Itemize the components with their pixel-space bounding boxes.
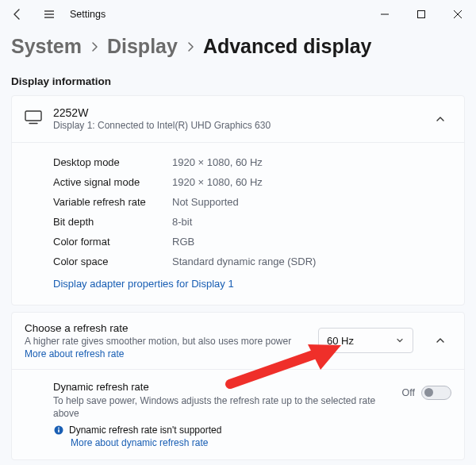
prop-row-variable-refresh: Variable refresh rate Not Supported (53, 192, 451, 212)
display-information-card: 2252W Display 1: Connected to Intel(R) U… (11, 95, 465, 306)
display-name: 2252W (53, 106, 418, 120)
breadcrumb-system[interactable]: System (11, 35, 82, 58)
dynamic-refresh-rate-row: Dynamic refresh rate To help save power,… (12, 369, 464, 459)
prop-label: Active signal mode (53, 176, 172, 188)
dynamic-refresh-subtitle: To help save power, Windows adjusts the … (53, 394, 393, 420)
prop-row-color-space: Color space Standard dynamic range (SDR) (53, 252, 451, 271)
prop-value: RGB (172, 236, 194, 248)
refresh-rate-selected-value: 60 Hz (327, 335, 354, 347)
collapse-display-info-button[interactable] (429, 108, 451, 130)
section-title-display-information: Display information (11, 67, 465, 95)
dynamic-refresh-toggle-label: Off (402, 387, 415, 398)
prop-value: 8-bit (172, 216, 192, 228)
window-title: Settings (70, 9, 106, 20)
svg-point-10 (58, 428, 60, 429)
refresh-rate-select[interactable]: 60 Hz (318, 328, 413, 353)
svg-rect-7 (25, 111, 41, 121)
refresh-rate-title: Choose a refresh rate (25, 322, 309, 334)
monitor-icon (25, 110, 42, 125)
dynamic-refresh-more-link[interactable]: More about dynamic refresh rate (71, 437, 393, 448)
collapse-refresh-rate-button[interactable] (429, 329, 451, 352)
chevron-down-icon (395, 336, 405, 345)
display-subtitle: Display 1: Connected to Intel(R) UHD Gra… (53, 120, 418, 133)
dynamic-refresh-note: Dynamic refresh rate isn't supported (69, 425, 221, 436)
window-close-button[interactable] (440, 0, 476, 29)
display-header-row[interactable]: 2252W Display 1: Connected to Intel(R) U… (12, 96, 464, 143)
prop-value: Standard dynamic range (SDR) (172, 256, 316, 267)
titlebar: Settings (0, 0, 476, 29)
prop-row-desktop-mode: Desktop mode 1920 × 1080, 60 Hz (53, 152, 451, 172)
chevron-right-icon (88, 40, 101, 53)
breadcrumb-advanced-display: Advanced display (203, 35, 372, 58)
dynamic-refresh-toggle[interactable] (421, 386, 451, 400)
window-minimize-button[interactable] (367, 0, 403, 29)
prop-value: Not Supported (172, 196, 239, 208)
breadcrumb-display[interactable]: Display (107, 35, 178, 58)
display-properties: Desktop mode 1920 × 1080, 60 Hz Active s… (12, 143, 464, 305)
display-adapter-properties-link[interactable]: Display adapter properties for Display 1 (53, 278, 234, 290)
breadcrumb: System Display Advanced display (0, 29, 476, 67)
svg-rect-11 (58, 429, 60, 432)
back-button[interactable] (3, 0, 32, 29)
window-maximize-button[interactable] (403, 0, 440, 29)
prop-label: Desktop mode (53, 156, 172, 168)
prop-label: Bit depth (53, 216, 172, 228)
prop-row-color-format: Color format RGB (53, 232, 451, 252)
prop-row-active-signal-mode: Active signal mode 1920 × 1080, 60 Hz (53, 172, 451, 192)
svg-rect-4 (418, 11, 425, 18)
prop-value: 1920 × 1080, 60 Hz (172, 156, 263, 168)
refresh-rate-subtitle: A higher rate gives smoother motion, but… (25, 336, 309, 347)
prop-value: 1920 × 1080, 60 Hz (172, 176, 263, 188)
prop-label: Color space (53, 256, 172, 267)
prop-label: Variable refresh rate (53, 196, 172, 208)
prop-row-bit-depth: Bit depth 8-bit (53, 212, 451, 232)
prop-label: Color format (53, 236, 172, 248)
dynamic-refresh-title: Dynamic refresh rate (53, 381, 393, 393)
refresh-rate-card: Choose a refresh rate A higher rate give… (11, 312, 465, 460)
chevron-right-icon (184, 40, 197, 53)
refresh-rate-more-link[interactable]: More about refresh rate (25, 348, 309, 359)
info-icon (53, 425, 64, 436)
nav-menu-button[interactable] (35, 0, 63, 29)
